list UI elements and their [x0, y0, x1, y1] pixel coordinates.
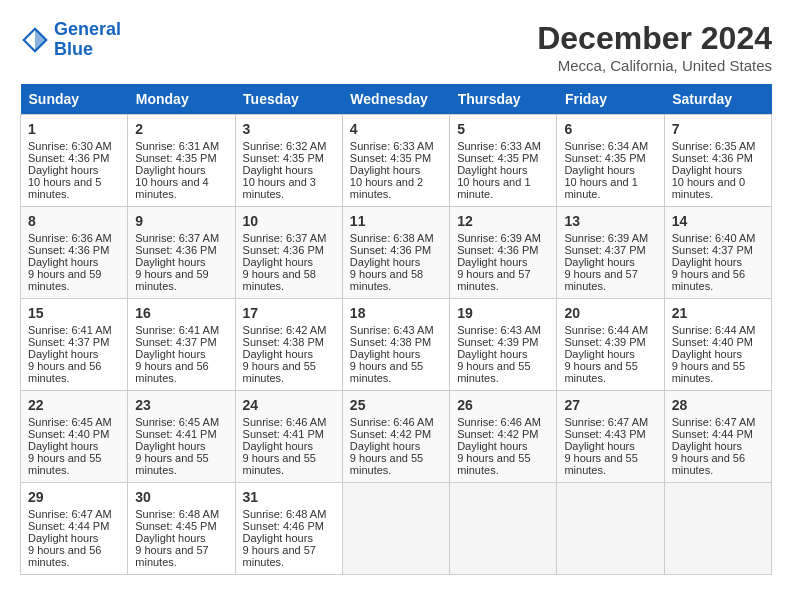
- sunrise-label: Sunrise: 6:32 AM: [243, 140, 327, 152]
- col-sunday: Sunday: [21, 84, 128, 115]
- daylight-duration: 9 hours and 58 minutes.: [350, 268, 423, 292]
- sunrise-label: Sunrise: 6:35 AM: [672, 140, 756, 152]
- page-header: General Blue December 2024 Mecca, Califo…: [20, 20, 772, 74]
- sunrise-label: Sunrise: 6:36 AM: [28, 232, 112, 244]
- cell-w3-d2: 17 Sunrise: 6:42 AM Sunset: 4:38 PM Dayl…: [235, 299, 342, 391]
- cell-w2-d5: 13 Sunrise: 6:39 AM Sunset: 4:37 PM Dayl…: [557, 207, 664, 299]
- day-number: 5: [457, 121, 549, 137]
- daylight-duration: 9 hours and 58 minutes.: [243, 268, 316, 292]
- sunrise-label: Sunrise: 6:43 AM: [350, 324, 434, 336]
- sunrise-label: Sunrise: 6:45 AM: [135, 416, 219, 428]
- daylight-duration: 10 hours and 0 minutes.: [672, 176, 745, 200]
- daylight-duration: 9 hours and 55 minutes.: [243, 452, 316, 476]
- sunset-label: Sunset: 4:42 PM: [350, 428, 431, 440]
- col-monday: Monday: [128, 84, 235, 115]
- daylight-duration: 9 hours and 57 minutes.: [457, 268, 530, 292]
- week-row-4: 22 Sunrise: 6:45 AM Sunset: 4:40 PM Dayl…: [21, 391, 772, 483]
- sunrise-label: Sunrise: 6:38 AM: [350, 232, 434, 244]
- sunset-label: Sunset: 4:36 PM: [28, 152, 109, 164]
- cell-w4-d0: 22 Sunrise: 6:45 AM Sunset: 4:40 PM Dayl…: [21, 391, 128, 483]
- cell-w1-d3: 4 Sunrise: 6:33 AM Sunset: 4:35 PM Dayli…: [342, 115, 449, 207]
- daylight-duration: 9 hours and 56 minutes.: [28, 360, 101, 384]
- sunrise-label: Sunrise: 6:37 AM: [135, 232, 219, 244]
- day-number: 16: [135, 305, 227, 321]
- daylight-duration: 9 hours and 55 minutes.: [564, 452, 637, 476]
- cell-w4-d5: 27 Sunrise: 6:47 AM Sunset: 4:43 PM Dayl…: [557, 391, 664, 483]
- daylight-duration: 9 hours and 55 minutes.: [135, 452, 208, 476]
- sunrise-label: Sunrise: 6:44 AM: [672, 324, 756, 336]
- cell-w2-d4: 12 Sunrise: 6:39 AM Sunset: 4:36 PM Dayl…: [450, 207, 557, 299]
- sunrise-label: Sunrise: 6:48 AM: [243, 508, 327, 520]
- sunrise-label: Sunrise: 6:33 AM: [350, 140, 434, 152]
- sunset-label: Sunset: 4:43 PM: [564, 428, 645, 440]
- daylight-duration: 9 hours and 57 minutes.: [564, 268, 637, 292]
- sunset-label: Sunset: 4:35 PM: [457, 152, 538, 164]
- daylight-label: Daylight hours: [135, 348, 205, 360]
- daylight-label: Daylight hours: [564, 348, 634, 360]
- day-number: 26: [457, 397, 549, 413]
- sunset-label: Sunset: 4:36 PM: [672, 152, 753, 164]
- daylight-duration: 10 hours and 5 minutes.: [28, 176, 101, 200]
- day-number: 14: [672, 213, 764, 229]
- sunrise-label: Sunrise: 6:47 AM: [564, 416, 648, 428]
- day-number: 25: [350, 397, 442, 413]
- daylight-label: Daylight hours: [457, 256, 527, 268]
- cell-w3-d4: 19 Sunrise: 6:43 AM Sunset: 4:39 PM Dayl…: [450, 299, 557, 391]
- sunrise-label: Sunrise: 6:39 AM: [457, 232, 541, 244]
- daylight-label: Daylight hours: [243, 532, 313, 544]
- col-thursday: Thursday: [450, 84, 557, 115]
- daylight-duration: 9 hours and 55 minutes.: [564, 360, 637, 384]
- cell-w1-d1: 2 Sunrise: 6:31 AM Sunset: 4:35 PM Dayli…: [128, 115, 235, 207]
- day-number: 29: [28, 489, 120, 505]
- cell-w4-d3: 25 Sunrise: 6:46 AM Sunset: 4:42 PM Dayl…: [342, 391, 449, 483]
- sunset-label: Sunset: 4:36 PM: [135, 244, 216, 256]
- day-number: 31: [243, 489, 335, 505]
- sunset-label: Sunset: 4:36 PM: [350, 244, 431, 256]
- daylight-label: Daylight hours: [135, 532, 205, 544]
- day-number: 30: [135, 489, 227, 505]
- sunrise-label: Sunrise: 6:47 AM: [672, 416, 756, 428]
- daylight-duration: 9 hours and 57 minutes.: [135, 544, 208, 568]
- sunrise-label: Sunrise: 6:46 AM: [350, 416, 434, 428]
- cell-w5-d1: 30 Sunrise: 6:48 AM Sunset: 4:45 PM Dayl…: [128, 483, 235, 575]
- sunset-label: Sunset: 4:44 PM: [28, 520, 109, 532]
- sunrise-label: Sunrise: 6:46 AM: [243, 416, 327, 428]
- sunset-label: Sunset: 4:35 PM: [243, 152, 324, 164]
- daylight-label: Daylight hours: [672, 440, 742, 452]
- daylight-label: Daylight hours: [672, 256, 742, 268]
- day-number: 11: [350, 213, 442, 229]
- sunrise-label: Sunrise: 6:44 AM: [564, 324, 648, 336]
- sunset-label: Sunset: 4:37 PM: [135, 336, 216, 348]
- logo: General Blue: [20, 20, 121, 60]
- day-number: 19: [457, 305, 549, 321]
- sunrise-label: Sunrise: 6:30 AM: [28, 140, 112, 152]
- col-wednesday: Wednesday: [342, 84, 449, 115]
- sunset-label: Sunset: 4:35 PM: [135, 152, 216, 164]
- cell-w2-d2: 10 Sunrise: 6:37 AM Sunset: 4:36 PM Dayl…: [235, 207, 342, 299]
- cell-w5-d5: [557, 483, 664, 575]
- cell-w4-d2: 24 Sunrise: 6:46 AM Sunset: 4:41 PM Dayl…: [235, 391, 342, 483]
- sunrise-label: Sunrise: 6:48 AM: [135, 508, 219, 520]
- daylight-label: Daylight hours: [243, 440, 313, 452]
- daylight-label: Daylight hours: [457, 440, 527, 452]
- sunrise-label: Sunrise: 6:37 AM: [243, 232, 327, 244]
- logo-icon: [20, 25, 50, 55]
- sunset-label: Sunset: 4:35 PM: [564, 152, 645, 164]
- sunset-label: Sunset: 4:36 PM: [457, 244, 538, 256]
- daylight-label: Daylight hours: [457, 164, 527, 176]
- cell-w4-d1: 23 Sunrise: 6:45 AM Sunset: 4:41 PM Dayl…: [128, 391, 235, 483]
- cell-w4-d6: 28 Sunrise: 6:47 AM Sunset: 4:44 PM Dayl…: [664, 391, 771, 483]
- daylight-label: Daylight hours: [28, 164, 98, 176]
- day-number: 8: [28, 213, 120, 229]
- day-number: 4: [350, 121, 442, 137]
- location: Mecca, California, United States: [537, 57, 772, 74]
- sunrise-label: Sunrise: 6:39 AM: [564, 232, 648, 244]
- daylight-duration: 10 hours and 3 minutes.: [243, 176, 316, 200]
- day-number: 2: [135, 121, 227, 137]
- daylight-duration: 9 hours and 56 minutes.: [28, 544, 101, 568]
- day-number: 23: [135, 397, 227, 413]
- daylight-label: Daylight hours: [243, 164, 313, 176]
- day-number: 28: [672, 397, 764, 413]
- daylight-duration: 10 hours and 1 minute.: [564, 176, 637, 200]
- cell-w3-d0: 15 Sunrise: 6:41 AM Sunset: 4:37 PM Dayl…: [21, 299, 128, 391]
